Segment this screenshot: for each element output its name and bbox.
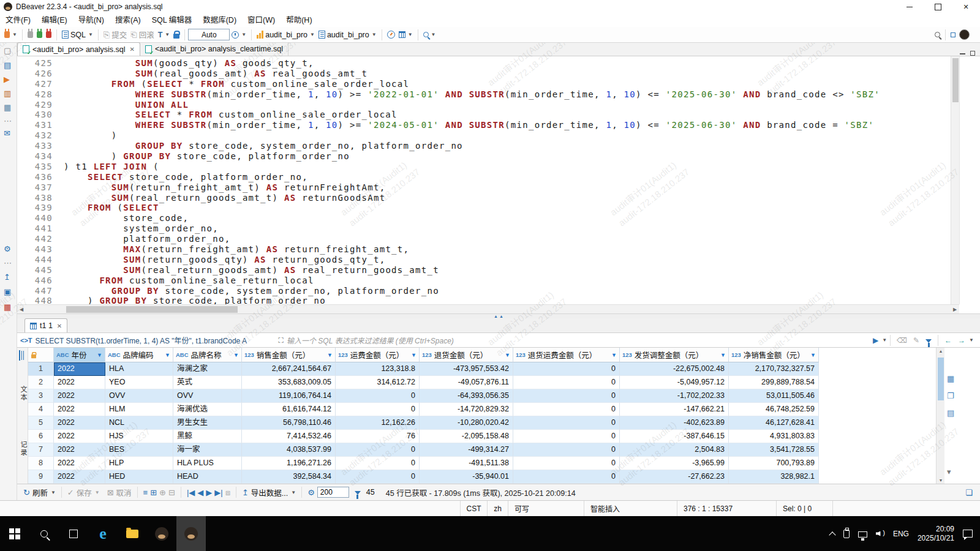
cell[interactable]: 0 [336,457,420,470]
row-number[interactable]: 6 [28,430,54,443]
cell[interactable]: 0 [513,457,620,470]
scroll-down-icon[interactable]: ▼ [937,478,945,482]
row-number[interactable]: 8 [28,457,54,470]
start-button[interactable] [0,516,29,551]
sql-console-icon[interactable]: ▤ [4,61,11,69]
transaction-timeout-button[interactable]: ▼ [230,28,248,42]
cell[interactable]: 353,683,009.05 [242,376,336,389]
panel-grid-icon[interactable]: ▦ [947,375,954,383]
filter-arrow-icon[interactable]: ▼ [165,352,170,358]
refresh-icon[interactable]: ↻ [23,489,30,497]
row-number[interactable]: 2 [28,376,54,389]
table-alert-icon[interactable]: ▦ [4,303,11,311]
cell[interactable]: 0 [336,389,420,403]
more-dots-icon-2[interactable]: ⋯ [4,259,12,267]
transaction-log-button[interactable]: T ▼ [156,28,172,42]
row-number[interactable]: 9 [28,470,54,484]
cell[interactable]: 3,541,728.55 [729,443,819,457]
cell[interactable]: -64,393,056.35 [420,389,513,403]
menu-item-3[interactable]: 搜索(A) [110,13,146,27]
fetch-all-icon[interactable]: ⧈ [225,489,230,497]
scroll-right-icon[interactable]: ▶ [951,307,959,312]
cell[interactable]: 0 [336,403,420,416]
add-row-icon[interactable]: ⊞ [150,489,157,497]
cell[interactable]: BES [105,443,173,457]
input-language[interactable]: ENG [893,530,909,538]
column-header-3[interactable]: ABC品牌名称▼ [173,348,242,362]
disconnect-button[interactable] [26,28,35,42]
more-dots-icon[interactable]: ⋯ [4,117,12,125]
cell[interactable]: -491,511.38 [420,457,513,470]
export-result-icon[interactable]: ↥ [4,273,10,281]
cell[interactable]: HLP [105,457,173,470]
cell[interactable]: 2022 [54,470,105,484]
cell[interactable]: 56,798,110.46 [242,416,336,430]
copy-panel-icon[interactable]: ▣ [4,288,11,296]
cell[interactable]: 0 [513,430,620,443]
minimize-editor-icon[interactable] [960,53,965,54]
history-back-icon[interactable]: ← [944,336,952,345]
minimize-button[interactable] [895,0,924,13]
export-data-button[interactable]: 导出数据... [251,487,288,498]
cell[interactable]: 2022 [54,443,105,457]
taskbar-edge-button[interactable]: e [88,516,118,551]
row-header-corner[interactable] [28,348,54,362]
filter-arrow-icon[interactable]: ▼ [611,352,617,358]
cell[interactable]: -402,623.89 [620,416,729,430]
cell[interactable]: 0 [513,389,620,403]
cell[interactable]: -5,049,957.12 [620,376,729,389]
user-profile-button[interactable] [957,28,971,42]
cell[interactable]: -473,957,553.42 [420,362,513,376]
history-forward-icon[interactable]: → [958,336,965,345]
editor-horizontal-scrollbar[interactable]: ◀ ▶ [17,304,959,313]
filter-funnel-icon[interactable] [925,336,932,345]
first-page-icon[interactable]: |◀ [187,489,195,497]
grid-vertical-scrollbar[interactable]: ▲ ▼ [936,348,944,484]
network-tray-icon[interactable] [858,531,867,538]
menu-item-2[interactable]: 导航(N) [73,13,110,27]
cell[interactable]: -387,646.15 [620,430,729,443]
new-connection-button[interactable]: ▼ [2,28,19,42]
database-icon[interactable]: ▥ [4,89,11,97]
scrollbar-thumb[interactable] [66,306,238,313]
result-log-icon[interactable]: ❏ [965,489,973,497]
quick-search-button[interactable] [933,28,942,42]
close-icon[interactable]: ✕ [130,46,135,53]
cell[interactable]: 53,011,505.46 [729,389,819,403]
filter-arrow-icon[interactable]: ▼ [327,352,333,358]
filter-arrow-icon[interactable]: ▼ [505,352,510,358]
column-header-5[interactable]: 123运费金额（元）▼ [336,348,420,362]
network-profile-button[interactable]: ▼ [397,28,415,42]
cell[interactable]: 海澜优选 [173,403,242,416]
sql-code[interactable]: SUM(goods_qty) AS goods_qty_t, SUM(real_… [64,56,951,304]
cell[interactable]: 2022 [54,389,105,403]
clear-filter-icon[interactable]: ⌫ [897,336,907,345]
db-search-button[interactable]: ▼ [421,28,438,42]
cell[interactable]: -14,720,829.32 [420,403,513,416]
cell[interactable]: 2022 [54,362,105,376]
cell[interactable]: 2022 [54,430,105,443]
cell[interactable]: 0 [513,376,620,389]
cell[interactable]: 2,504.83 [620,443,729,457]
cell[interactable]: YEO [105,376,173,389]
dashboard-button[interactable] [385,28,397,42]
commit-mode-select[interactable]: Auto [188,29,230,40]
filter-arrow-icon[interactable]: ▼ [720,352,726,358]
cell[interactable]: 61,616,744.12 [242,403,336,416]
reconnect-button[interactable] [35,28,44,42]
close-icon[interactable]: ✕ [57,323,62,329]
connection-lock-button[interactable] [172,28,181,42]
column-header-9[interactable]: 123净销售金额（元）▼ [729,348,819,362]
scrollbar-thumb[interactable] [938,358,944,400]
tab-analysis-sql[interactable]: <audit_bi_pro> analysis.sql ✕ [17,42,140,56]
cell[interactable]: 7,414,532.46 [242,430,336,443]
run-script-icon[interactable]: ▶ [4,75,10,83]
last-page-icon[interactable]: ▶| [214,489,222,497]
cell[interactable]: 0 [513,443,620,457]
cell[interactable]: 123,318.8 [336,362,420,376]
cell[interactable]: 英式 [173,376,242,389]
cell[interactable]: OVV [105,389,173,403]
tab-analysis-cleartime-sql[interactable]: <audit_bi_pro> analysis_cleartime.sql [140,42,288,56]
filter-arrow-icon[interactable]: ▼ [233,352,239,358]
result-tab-t1[interactable]: t1 1 ✕ [24,318,67,332]
